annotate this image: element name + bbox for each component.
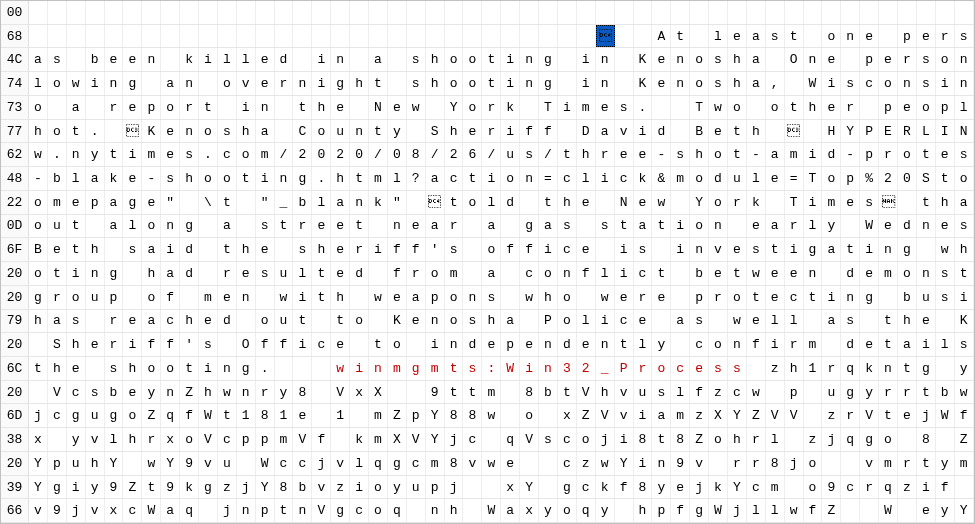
hex-cell[interactable]: W — [482, 499, 501, 522]
hex-cell[interactable]: y — [860, 381, 879, 404]
hex-cell[interactable]: b — [539, 381, 558, 404]
hex-cell[interactable]: V — [199, 428, 218, 451]
hex-cell[interactable]: e — [917, 499, 936, 522]
hex-cell[interactable] — [293, 48, 312, 71]
hex-cell[interactable] — [822, 262, 841, 285]
hex-cell[interactable]: 9 — [180, 452, 199, 475]
hex-cell[interactable]: w — [369, 286, 388, 309]
hex-cell[interactable]: t — [29, 357, 48, 380]
hex-cell[interactable]: r — [709, 286, 728, 309]
hex-cell[interactable]: c — [445, 167, 464, 190]
hex-cell[interactable] — [312, 381, 331, 404]
hex-cell[interactable]: n — [350, 120, 369, 143]
hex-cell[interactable]: s — [615, 96, 634, 119]
hex-cell[interactable]: h — [123, 428, 142, 451]
hex-cell[interactable] — [936, 357, 955, 380]
hex-cell[interactable]: = — [539, 167, 558, 190]
hex-cell[interactable]: e — [690, 357, 709, 380]
hex-cell[interactable]: B — [690, 120, 709, 143]
hex-cell[interactable] — [520, 191, 539, 214]
hex-cell[interactable]: a — [482, 262, 501, 285]
hex-cell[interactable]: 2 — [577, 357, 596, 380]
hex-cell[interactable]: k — [350, 428, 369, 451]
hex-cell[interactable] — [48, 25, 67, 48]
hex-cell[interactable]: i — [804, 143, 823, 166]
hex-cell[interactable]: e — [123, 167, 142, 190]
hex-cell[interactable]: t — [445, 191, 464, 214]
hex-cell[interactable] — [841, 499, 860, 522]
hex-cell[interactable]: t — [558, 143, 577, 166]
hex-cell[interactable]: e — [709, 120, 728, 143]
hex-cell[interactable]: c — [690, 333, 709, 356]
hex-cell[interactable] — [898, 1, 917, 24]
hex-cell[interactable]: e — [766, 262, 785, 285]
hex-cell[interactable]: c — [634, 262, 653, 285]
hex-cell[interactable]: t — [482, 48, 501, 71]
hex-cell[interactable]: " — [161, 191, 180, 214]
hex-cell[interactable]: t — [955, 262, 974, 285]
hex-cell[interactable]: d — [709, 167, 728, 190]
hex-cell[interactable]: e — [652, 286, 671, 309]
hex-cell[interactable] — [558, 25, 577, 48]
hex-cell[interactable] — [275, 25, 294, 48]
hex-cell[interactable]: i — [785, 238, 804, 261]
hex-cell[interactable] — [860, 1, 879, 24]
hex-cell[interactable]: 9 — [48, 499, 67, 522]
hex-cell[interactable]: i — [615, 238, 634, 261]
hex-cell[interactable]: e — [577, 333, 596, 356]
hex-cell[interactable]: a — [105, 215, 124, 238]
hex-cell[interactable]: c — [123, 499, 142, 522]
hex-cell[interactable]: o — [822, 25, 841, 48]
hex-cell[interactable]: o — [142, 215, 161, 238]
hex-cell[interactable]: e — [331, 262, 350, 285]
hex-cell[interactable]: e — [86, 333, 105, 356]
hex-cell[interactable]: b — [48, 167, 67, 190]
hex-cell[interactable]: u — [86, 404, 105, 427]
hex-cell[interactable]: u — [634, 381, 653, 404]
hex-cell[interactable]: m — [577, 96, 596, 119]
hex-cell[interactable]: i — [350, 476, 369, 499]
hex-cell[interactable]: f — [520, 120, 539, 143]
hex-cell[interactable]: e — [615, 143, 634, 166]
hex-cell[interactable]: s — [671, 143, 690, 166]
hex-cell[interactable] — [180, 286, 199, 309]
hex-cell[interactable] — [67, 25, 86, 48]
hex-cell[interactable]: v — [690, 452, 709, 475]
hex-cell[interactable] — [577, 1, 596, 24]
hex-cell[interactable]: q — [501, 428, 520, 451]
hex-cell[interactable] — [199, 72, 218, 95]
hex-cell[interactable] — [123, 286, 142, 309]
hex-cell[interactable]: f — [615, 476, 634, 499]
hex-cell[interactable]: - — [29, 167, 48, 190]
hex-cell[interactable]: h — [728, 72, 747, 95]
hex-cell[interactable]: s — [86, 381, 105, 404]
hex-cell[interactable]: h — [482, 310, 501, 333]
hex-cell[interactable]: b — [898, 286, 917, 309]
hex-cell[interactable]: p — [652, 499, 671, 522]
hex-cell[interactable]: K — [634, 48, 653, 71]
hex-cell[interactable] — [860, 310, 879, 333]
hex-cell[interactable]: a — [161, 72, 180, 95]
hex-cell[interactable]: Y — [426, 428, 445, 451]
hex-cell[interactable]: R — [898, 120, 917, 143]
hex-cell[interactable]: g — [29, 286, 48, 309]
hex-cell[interactable]: 0 — [350, 143, 369, 166]
hex-cell[interactable]: Y — [615, 452, 634, 475]
hex-cell[interactable]: s — [161, 167, 180, 190]
hex-cell[interactable]: m — [256, 143, 275, 166]
hex-cell[interactable]: c — [520, 262, 539, 285]
hex-cell[interactable]: _ — [275, 191, 294, 214]
hex-cell[interactable]: - — [142, 167, 161, 190]
hex-cell[interactable]: c — [350, 499, 369, 522]
hex-cell[interactable] — [275, 238, 294, 261]
hex-cell[interactable]: i — [426, 333, 445, 356]
hex-cell[interactable]: Y — [841, 120, 860, 143]
hex-cell[interactable] — [407, 381, 426, 404]
hex-cell[interactable]: S — [917, 167, 936, 190]
hex-cell[interactable]: c — [275, 452, 294, 475]
hex-cell[interactable]: c — [577, 476, 596, 499]
hex-cell[interactable]: n — [804, 48, 823, 71]
hex-cell[interactable]: i — [520, 357, 539, 380]
hex-cell[interactable]: l — [123, 215, 142, 238]
hex-cell[interactable] — [199, 215, 218, 238]
